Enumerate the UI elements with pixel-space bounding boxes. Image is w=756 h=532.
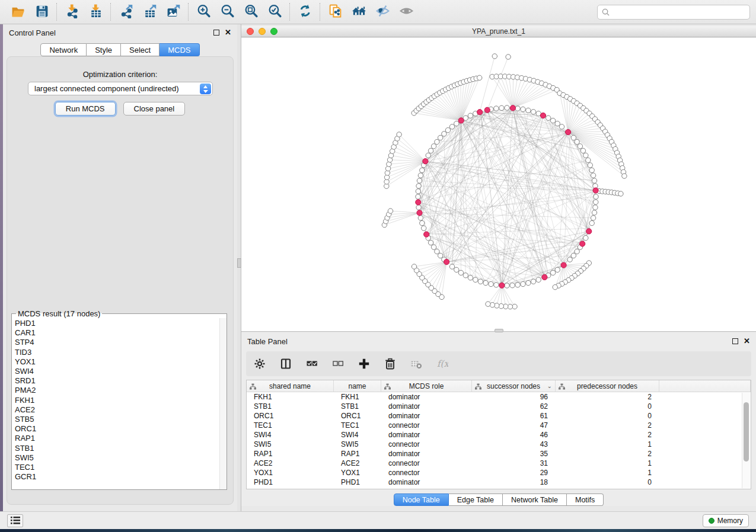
first-neighbors-button[interactable] [347, 2, 371, 22]
cell-name: ORC1 [334, 412, 381, 420]
cell-predecessor-nodes: 2 [556, 421, 659, 430]
table-row[interactable]: ACE2ACE2connector311 [247, 459, 751, 468]
node-table-body: FKH1FKH1dominator962STB1STB1dominator620… [247, 392, 751, 487]
shared-column-icon [559, 383, 565, 392]
network-canvas[interactable] [241, 38, 756, 331]
mcds-result-item[interactable]: GCR1 [15, 472, 227, 482]
search-input[interactable] [613, 8, 745, 16]
select-all-checkboxes-button[interactable] [305, 357, 318, 370]
import-table-button[interactable] [84, 2, 107, 22]
mcds-result-item[interactable]: STB5 [15, 415, 227, 424]
float-panel-icon[interactable] [213, 30, 219, 36]
table-row[interactable]: ORC1ORC1dominator610 [247, 411, 751, 421]
tab-select[interactable]: Select [121, 43, 160, 56]
vertical-splitter[interactable] [237, 24, 241, 511]
hide-selected-icon [375, 4, 390, 21]
mcds-result-item[interactable]: STB1 [15, 444, 227, 453]
zoom-fit-button[interactable] [239, 2, 263, 22]
mcds-result-item[interactable]: PMA2 [15, 386, 227, 395]
close-table-panel-icon[interactable]: ✕ [744, 338, 750, 344]
mcds-result-item[interactable]: PHD1 [15, 319, 227, 328]
table-row[interactable]: RAP1RAP1dominator352 [247, 449, 751, 459]
unselect-all-checkboxes-button[interactable] [331, 357, 344, 370]
zoom-in-button[interactable] [192, 2, 215, 22]
network-graph[interactable] [241, 38, 756, 332]
table-scrollbar[interactable] [742, 393, 750, 488]
cell-name: SWI4 [334, 431, 381, 439]
column-header-successor-nodes[interactable]: successor nodes⌄ [472, 380, 556, 392]
mcds-node [593, 188, 598, 193]
mcds-result-item[interactable]: ORC1 [15, 424, 227, 434]
mcds-result-item[interactable]: FKH1 [15, 396, 227, 405]
node-table-header: shared namenameMCDS rolesuccessor nodes⌄… [247, 380, 751, 392]
tab-motifs[interactable]: Motifs [567, 493, 604, 506]
export-table-button[interactable] [138, 2, 161, 22]
settings-gear-button[interactable] [253, 357, 266, 370]
zoom-selected-button[interactable] [263, 2, 286, 22]
search-field[interactable] [597, 5, 750, 20]
table-row[interactable]: SWI4SWI4dominator462 [247, 430, 751, 440]
splitter-grip[interactable] [237, 258, 241, 268]
table-row[interactable]: PHD1PHD1dominator180 [247, 477, 751, 487]
mcds-result-item[interactable]: SWI4 [15, 367, 227, 376]
table-scrollbar-thumb[interactable] [744, 402, 749, 462]
maximize-window-icon[interactable] [270, 28, 277, 35]
table-row[interactable]: SWI5SWI5connector431 [247, 440, 751, 449]
table-row[interactable]: FKH1FKH1dominator962 [247, 392, 751, 402]
cell-name: RAP1 [334, 450, 381, 458]
column-header-name[interactable]: name [334, 380, 381, 392]
show-all-button[interactable] [394, 2, 418, 22]
mcds-result-item[interactable]: RAP1 [15, 434, 227, 443]
show-column-button[interactable] [279, 357, 292, 370]
open-file-icon [11, 4, 25, 21]
save-session-button[interactable] [30, 2, 53, 22]
duplicate-network-button[interactable] [323, 2, 347, 22]
float-table-panel-icon[interactable] [732, 338, 738, 344]
mcds-node [510, 105, 515, 111]
close-panel-icon[interactable]: ✕ [225, 30, 231, 36]
open-file-button[interactable] [6, 2, 30, 22]
table-row[interactable]: YOX1YOX1connector291 [247, 468, 751, 477]
tab-style[interactable]: Style [87, 43, 121, 56]
delete-column-button[interactable] [384, 357, 397, 370]
column-header-MCDS-role[interactable]: MCDS role [381, 380, 472, 392]
table-row[interactable]: TEC1TEC1connector472 [247, 421, 751, 430]
mcds-result-item[interactable]: SWI5 [15, 453, 227, 463]
run-mcds-button[interactable]: Run MCDS [55, 102, 116, 116]
minimize-window-icon[interactable] [259, 28, 266, 35]
mcds-result-item[interactable]: CAR1 [15, 328, 227, 338]
column-header-shared-name[interactable]: shared name [247, 380, 334, 392]
close-panel-button[interactable]: Close panel [123, 102, 186, 116]
tab-network-table[interactable]: Network Table [503, 493, 567, 506]
mcds-result-item[interactable]: TID3 [15, 348, 227, 357]
tab-mcds[interactable]: MCDS [160, 43, 199, 56]
mcds-list-scrollbar[interactable] [219, 318, 227, 489]
mcds-result-item[interactable]: STP4 [15, 338, 227, 347]
memory-button[interactable]: Memory [703, 514, 749, 527]
tab-node-table[interactable]: Node Table [394, 493, 449, 506]
close-window-icon[interactable] [247, 28, 254, 35]
task-history-button[interactable] [7, 514, 23, 527]
mcds-node [561, 262, 566, 268]
mcds-result-item[interactable]: ACE2 [15, 405, 227, 415]
hide-selected-button[interactable] [371, 2, 394, 22]
cell-successor-nodes: 29 [472, 469, 556, 477]
refresh-network-button[interactable] [293, 2, 317, 22]
mcds-result-item[interactable]: YOX1 [15, 357, 227, 367]
export-network-button[interactable] [114, 2, 138, 22]
mcds-result-item[interactable]: SRD1 [15, 376, 227, 386]
column-header-predecessor-nodes[interactable]: predecessor nodes [556, 380, 659, 392]
zoom-out-button[interactable] [215, 2, 239, 22]
table-toolbar: f(x) [246, 351, 751, 376]
cell-name: TEC1 [334, 421, 381, 430]
horizontal-splitter-grip[interactable] [495, 329, 503, 332]
import-network-button[interactable] [60, 2, 84, 22]
tab-edge-table[interactable]: Edge Table [449, 493, 503, 506]
criterion-dropdown[interactable]: largest connected component (undirected) [28, 82, 213, 95]
mcds-result-item[interactable]: TEC1 [15, 463, 227, 472]
table-row[interactable]: STB1STB1dominator620 [247, 402, 751, 411]
tab-network[interactable]: Network [40, 43, 87, 56]
add-column-button[interactable] [358, 357, 371, 370]
export-image-button[interactable] [161, 2, 185, 22]
cell-name: YOX1 [334, 469, 381, 477]
